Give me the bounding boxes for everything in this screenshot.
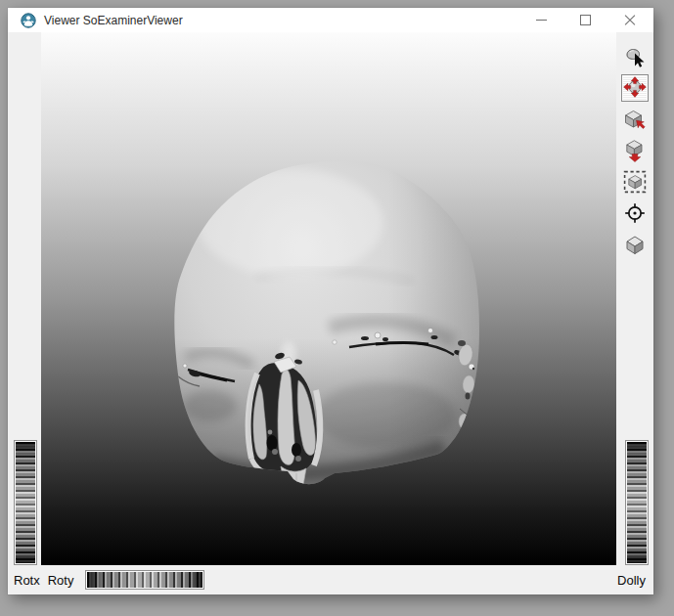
pick-mode-button[interactable] [621, 43, 649, 70]
cube-dashed-marquee-icon [623, 170, 647, 194]
home-button[interactable] [621, 106, 649, 133]
rotx-thumbwheel[interactable] [14, 440, 37, 565]
rotx-thumbwheel-ridges [16, 442, 35, 563]
maximize-icon [580, 15, 591, 25]
seek-button[interactable] [621, 199, 649, 227]
gray-cube-icon [623, 233, 647, 256]
viewer-window: Viewer SoExaminerViewer [8, 8, 653, 594]
cube-red-down-arrow-icon [623, 139, 647, 162]
crosshair-icon [623, 201, 647, 225]
set-home-button[interactable] [621, 137, 649, 164]
dolly-thumbwheel[interactable] [625, 440, 649, 565]
bottom-bar: Rotx Roty Dolly [8, 565, 653, 594]
rotx-label: Rotx [14, 573, 40, 588]
minimize-icon [536, 20, 547, 21]
desktop: { "window": { "title": "Viewer SoExamine… [0, 0, 674, 616]
dolly-label: Dolly [617, 573, 646, 588]
red-rotate-arrows-sphere-icon [623, 76, 647, 100]
maximize-button[interactable] [563, 8, 607, 32]
dolly-thumbwheel-ridges [627, 442, 647, 563]
close-icon [624, 15, 636, 26]
window-title: Viewer SoExaminerViewer [44, 14, 183, 27]
window-controls [519, 8, 652, 32]
head-model-render [41, 32, 616, 565]
viewport-canvas[interactable] [41, 32, 616, 565]
app-icon [21, 13, 36, 28]
roty-thumbwheel-ridges [87, 572, 202, 588]
title-bar: Viewer SoExaminerViewer [8, 8, 653, 32]
view-mode-button[interactable] [621, 74, 649, 102]
roty-label: Roty [48, 573, 74, 588]
close-button[interactable] [607, 8, 652, 32]
viewer-toolbar [618, 43, 652, 258]
minimize-button[interactable] [519, 8, 563, 32]
view-all-button[interactable] [621, 168, 649, 196]
roty-thumbwheel[interactable] [85, 570, 204, 590]
camera-type-button[interactable] [621, 231, 649, 258]
cursor-arrow-cube-icon [623, 45, 647, 68]
cube-red-arrow-icon [623, 108, 647, 131]
